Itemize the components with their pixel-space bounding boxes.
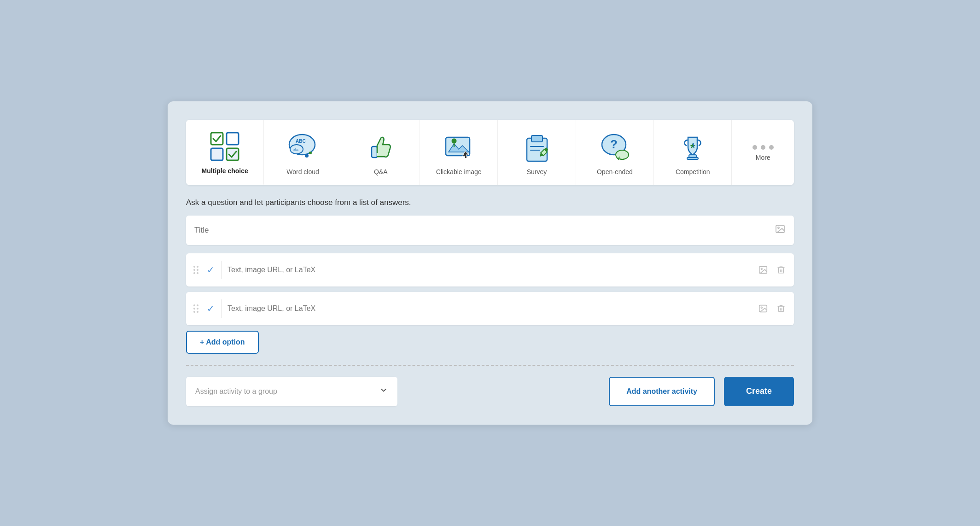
- add-option-button[interactable]: + Add option: [186, 331, 259, 354]
- title-image-icon[interactable]: [775, 223, 786, 237]
- option-input-2[interactable]: [228, 304, 751, 313]
- svg-rect-24: [776, 225, 784, 233]
- assign-group-dropdown[interactable]: Assign activity to a group: [186, 377, 397, 406]
- multiple-choice-icon: [208, 130, 241, 163]
- activity-type-survey[interactable]: Survey: [498, 120, 576, 185]
- drag-handle-1[interactable]: [192, 265, 199, 275]
- option-image-btn-1[interactable]: [756, 263, 770, 277]
- activity-type-open-ended[interactable]: ? Open-ended: [576, 120, 654, 185]
- activity-selector: Multiple choice ABC abc Word cloud: [186, 120, 794, 185]
- svg-rect-22: [687, 158, 698, 159]
- assign-group-label: Assign activity to a group: [195, 387, 373, 396]
- activity-type-multiple-choice[interactable]: Multiple choice: [186, 120, 264, 185]
- svg-text:?: ?: [610, 137, 618, 151]
- main-card: Multiple choice ABC abc Word cloud: [168, 101, 812, 424]
- option-actions-1: [756, 263, 788, 277]
- qa-label: Q&A: [374, 168, 388, 176]
- option-actions-2: [756, 302, 788, 316]
- svg-rect-26: [759, 266, 767, 273]
- title-input-wrap: [186, 216, 794, 245]
- svg-rect-1: [227, 133, 239, 145]
- option-row-2: ✓: [186, 292, 794, 325]
- more-dots-icon: [752, 145, 774, 150]
- svg-point-8: [309, 152, 312, 154]
- activity-type-word-cloud[interactable]: ABC abc Word cloud: [264, 120, 342, 185]
- open-ended-label: Open-ended: [597, 168, 633, 176]
- svg-rect-2: [211, 148, 223, 160]
- title-input[interactable]: [194, 226, 775, 235]
- create-button[interactable]: Create: [724, 377, 794, 406]
- open-ended-icon: ?: [598, 131, 631, 164]
- activity-type-competition[interactable]: ★ 1 Competition: [654, 120, 732, 185]
- survey-icon: [520, 131, 554, 164]
- activity-type-clickable-image[interactable]: Clickable image: [420, 120, 498, 185]
- activity-type-qa[interactable]: Q&A: [342, 120, 420, 185]
- competition-label: Competition: [676, 168, 710, 176]
- svg-rect-14: [531, 135, 542, 142]
- check-icon-2: ✓: [205, 303, 216, 314]
- add-option-label: + Add option: [200, 338, 245, 346]
- clickable-image-label: Clickable image: [436, 168, 482, 176]
- svg-rect-10: [372, 146, 377, 158]
- check-icon-1: ✓: [205, 264, 216, 275]
- svg-point-25: [778, 227, 779, 228]
- option-delete-btn-1[interactable]: [775, 263, 788, 277]
- chevron-down-icon: [379, 386, 388, 397]
- word-cloud-label: Word cloud: [286, 168, 319, 176]
- option-divider-1: [222, 261, 222, 279]
- drag-handle-2[interactable]: [192, 304, 199, 314]
- add-another-activity-button[interactable]: Add another activity: [609, 377, 715, 406]
- svg-point-12: [452, 139, 456, 143]
- svg-point-27: [761, 268, 762, 269]
- option-input-1[interactable]: [228, 266, 751, 274]
- svg-rect-28: [759, 305, 767, 312]
- option-row-1: ✓: [186, 253, 794, 286]
- activity-type-more[interactable]: More: [732, 120, 794, 185]
- section-divider: [186, 365, 794, 366]
- option-divider-2: [222, 299, 222, 318]
- option-delete-btn-2[interactable]: [775, 302, 788, 316]
- qa-icon: [364, 131, 397, 164]
- option-image-btn-2[interactable]: [756, 302, 770, 316]
- form-description: Ask a question and let participants choo…: [186, 198, 794, 207]
- bottom-bar: Assign activity to a group Add another a…: [186, 377, 794, 406]
- more-label: More: [756, 153, 770, 162]
- competition-icon: ★ 1: [676, 131, 709, 164]
- survey-label: Survey: [527, 168, 547, 176]
- svg-point-9: [305, 154, 309, 158]
- word-cloud-icon: ABC abc: [286, 131, 320, 164]
- svg-text:abc: abc: [293, 148, 299, 151]
- multiple-choice-label: Multiple choice: [202, 167, 248, 175]
- svg-point-29: [761, 307, 762, 308]
- svg-text:1: 1: [692, 142, 695, 149]
- clickable-image-icon: [442, 131, 475, 164]
- svg-text:ABC: ABC: [296, 139, 306, 144]
